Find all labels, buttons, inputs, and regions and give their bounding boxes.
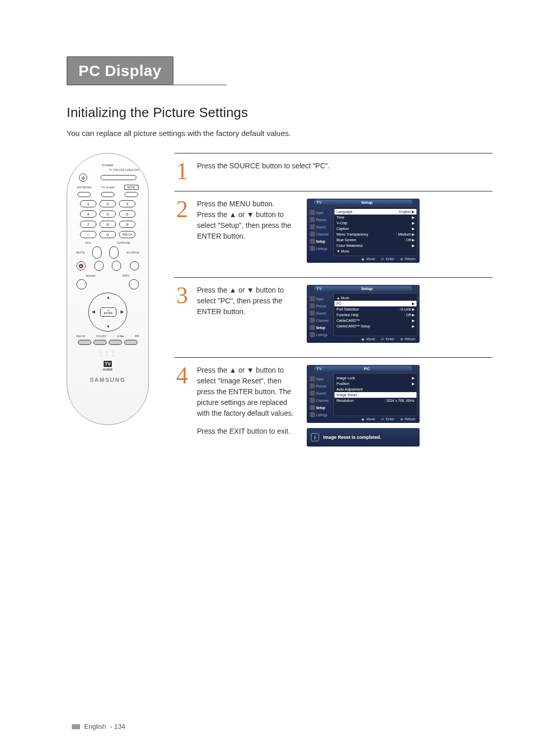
step-number: 3: [174, 285, 190, 306]
source-label: SOURCE: [126, 251, 139, 254]
page-footer: English - 134: [72, 723, 125, 730]
tvguide-logo: TVGUIDE: [72, 361, 143, 372]
step-4: 4 Press the ▲ or ▼ button to select "Ima…: [174, 358, 492, 456]
ch-rocker[interactable]: [109, 246, 118, 259]
listings-icon: [310, 332, 315, 337]
picture-icon: [310, 217, 315, 222]
setup-icon: [310, 239, 315, 244]
right-arrow-icon[interactable]: ▶: [121, 309, 124, 314]
num-2[interactable]: 2: [100, 200, 116, 207]
vol-label: VOL: [85, 241, 91, 244]
num-8[interactable]: 8: [100, 221, 116, 228]
step-2: 2 Press the MENU button. Press the ▲ or …: [174, 191, 492, 278]
info-icon: i: [311, 433, 319, 441]
num-dash[interactable]: −: [80, 231, 96, 238]
step-text: Press the ▲ or ▼ button to select "Image…: [197, 365, 300, 439]
anynet-label: Anynet: [86, 274, 95, 277]
num-7[interactable]: 7: [80, 221, 96, 228]
pip-label: PIP: [135, 335, 139, 338]
osd-screenshot-setup-pc: TVSetup Input Picture Sound Channel Setu…: [307, 285, 420, 348]
chlist-button[interactable]: [93, 340, 107, 345]
favch-button[interactable]: [78, 340, 91, 345]
picture-icon: [310, 383, 315, 389]
num-0[interactable]: 0: [100, 231, 116, 238]
step-3: 3 Press the ▲ or ▼ button to select "PC"…: [174, 278, 492, 358]
sound-icon: [310, 311, 315, 316]
listings-icon: [310, 246, 315, 251]
info-label: INFO: [122, 274, 129, 277]
num-9[interactable]: 9: [119, 221, 135, 228]
chlist-label: CH.LIST: [96, 335, 106, 338]
channel-icon: [310, 231, 315, 237]
up-arrow-icon[interactable]: ▲: [106, 295, 110, 300]
down-arrow-icon[interactable]: ▼: [106, 324, 110, 329]
dpad[interactable]: ▲ ▼ ◀ ▶ ⏎ENTER: [88, 293, 127, 332]
input-icon: [310, 376, 315, 381]
step-text: Press the SOURCE button to select "PC".: [197, 161, 330, 171]
exit-button[interactable]: [129, 279, 139, 289]
section-title: Initializing the Picture Settings: [67, 105, 492, 121]
step-1: 1 Press the SOURCE button to select "PC"…: [174, 153, 492, 191]
mute-button[interactable]: 🔇: [76, 261, 86, 270]
device-selector[interactable]: [101, 175, 136, 180]
mode-pill[interactable]: [125, 192, 138, 197]
samsung-brand: SAMSUNG: [72, 377, 143, 383]
ch-down[interactable]: [112, 261, 121, 271]
step-number: 4: [174, 365, 190, 386]
pip-button[interactable]: [124, 340, 137, 345]
channel-icon: [310, 318, 315, 323]
mute-label: MUTE: [76, 251, 85, 254]
favch-label: FAV.CH: [76, 335, 85, 338]
dots-decoration: ○ ○ ○○ ○ ○: [72, 350, 143, 357]
step-number: 2: [174, 199, 190, 220]
setup-icon: [310, 405, 315, 410]
step-text: Press the MENU button. Press the ▲ or ▼ …: [197, 199, 300, 244]
prech-button[interactable]: PRE-CH: [119, 231, 135, 238]
num-3[interactable]: 3: [119, 200, 135, 207]
footer-lang: English: [84, 723, 106, 730]
number-pad: 1 2 3 4 5 6 7 8 9 − 0 PRE-CH: [72, 200, 143, 238]
num-5[interactable]: 5: [100, 210, 116, 218]
num-4[interactable]: 4: [80, 210, 96, 218]
sound-icon: [310, 224, 315, 229]
antenna-label: ANTENNA: [77, 186, 91, 189]
channel-icon: [310, 398, 315, 403]
antenna-button[interactable]: [77, 192, 91, 197]
power-button[interactable]: ⏻: [79, 173, 87, 182]
input-icon: [310, 210, 315, 215]
osd-screenshot-setup: TVSetup Input Picture Sound Channel Setu…: [307, 199, 420, 268]
num-1[interactable]: 1: [80, 200, 96, 207]
num-6[interactable]: 6: [119, 210, 135, 218]
step-number: 1: [174, 161, 190, 182]
step-text: Press the ▲ or ▼ button to select "PC", …: [197, 285, 300, 319]
chpage-label: CH/PAGE: [117, 241, 130, 244]
section-intro: You can replace all picture settings wit…: [67, 129, 492, 138]
left-arrow-icon[interactable]: ◀: [92, 309, 95, 314]
listings-icon: [310, 412, 315, 417]
dnet-button[interactable]: [109, 340, 122, 345]
tvguide-label: TV Guide: [101, 186, 114, 189]
footer-bar-icon: [72, 724, 80, 729]
mode-button[interactable]: MODE: [124, 185, 138, 190]
dnet-label: D-Net: [117, 335, 124, 338]
steps-list: 1 Press the SOURCE button to select "PC"…: [174, 153, 492, 456]
power-label: POWER: [72, 164, 143, 167]
footer-page: - 134: [110, 723, 126, 730]
enter-button[interactable]: ⏎ENTER: [100, 307, 116, 317]
remote-control-illustration: POWER TV STB VCR CABLE DVD ⏻ ANTENNA TV …: [67, 153, 149, 425]
device-row: TV STB VCR CABLE DVD: [109, 169, 140, 171]
picture-icon: [310, 303, 315, 308]
vol-down[interactable]: [94, 261, 104, 271]
input-icon: [310, 296, 315, 301]
source-button[interactable]: [130, 261, 139, 270]
osd-screenshot-pc: TVPC Input Picture Sound Channel Setup L…: [307, 365, 420, 447]
vol-rocker[interactable]: [92, 246, 102, 259]
sound-icon: [310, 391, 315, 396]
tvguide-button[interactable]: [101, 192, 114, 197]
setup-icon: [310, 325, 315, 330]
info-bar: i Image Reset is completed.: [307, 428, 420, 447]
section-tab: PC Display: [67, 56, 173, 85]
menu-button[interactable]: [76, 279, 87, 289]
